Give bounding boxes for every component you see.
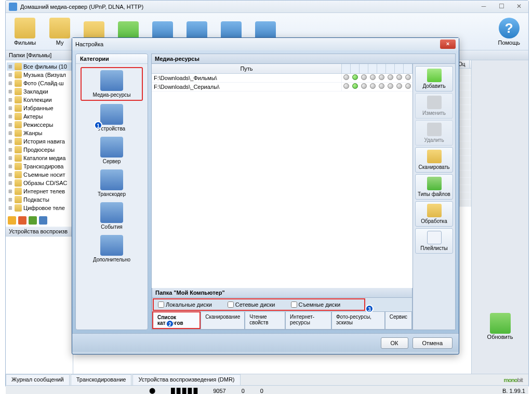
edit-icon bbox=[427, 96, 442, 109]
category-item[interactable]: Дополнительно bbox=[81, 233, 143, 265]
settings-tab[interactable]: Сканирование bbox=[201, 311, 245, 329]
filetypes-button[interactable]: Типы файлов bbox=[415, 174, 453, 200]
edit-button[interactable]: Изменить bbox=[415, 93, 453, 119]
tree-item[interactable]: ⊞Транскодирова bbox=[7, 162, 72, 170]
col-icon[interactable] bbox=[368, 64, 377, 73]
removable-disks-checkbox[interactable]: Съемные диски bbox=[291, 301, 341, 308]
category-icon bbox=[100, 202, 123, 223]
media-row[interactable]: F:\Downloads\_Фильмы\ bbox=[152, 74, 413, 83]
ok-button[interactable]: ОК bbox=[381, 337, 408, 349]
playlists-button[interactable]: Плейлисты bbox=[415, 228, 453, 254]
bottom-tab[interactable]: Транскодирование bbox=[71, 374, 132, 385]
tree-item[interactable]: ⊞Жанры bbox=[7, 129, 72, 137]
delete-icon bbox=[427, 123, 442, 136]
statusbar: ⬤ █ █ █ █ █ 9057 0 0 B. 1.99.1 bbox=[6, 385, 528, 394]
tree-item[interactable]: ⊞История навига bbox=[7, 137, 72, 146]
col-icon[interactable] bbox=[404, 64, 413, 73]
bottom-tab[interactable]: Устройства воспроизведения (DMR) bbox=[132, 374, 240, 385]
col-icon[interactable] bbox=[377, 64, 386, 73]
path-column-header[interactable]: Путь bbox=[152, 64, 342, 73]
dialog-close-button[interactable]: × bbox=[440, 40, 456, 49]
small-icon[interactable] bbox=[39, 216, 47, 225]
col-icon[interactable] bbox=[395, 64, 404, 73]
tree-item[interactable]: ⊞Подкасты bbox=[7, 195, 72, 204]
tree-item[interactable]: ⊞Каталоги медиа bbox=[7, 154, 72, 162]
tree-item[interactable]: ⊞Актеры bbox=[7, 112, 72, 121]
settings-tab[interactable]: Интернет-ресурсы bbox=[285, 311, 331, 329]
category-icon bbox=[100, 70, 123, 91]
settings-tab[interactable]: Фото-ресурсы, эскизы bbox=[331, 311, 385, 329]
tree-item[interactable]: ⊞Закладки bbox=[7, 87, 72, 96]
small-toolbar bbox=[6, 214, 73, 227]
small-icon[interactable] bbox=[8, 216, 16, 225]
devices-header: Устройства воспроизв bbox=[6, 227, 73, 237]
delete-button[interactable]: Удалить bbox=[415, 120, 453, 146]
local-disks-checkbox[interactable]: Локальные диски bbox=[158, 301, 212, 308]
refresh-panel: Обновить bbox=[471, 60, 528, 374]
media-header: Медиа-ресурсы bbox=[151, 54, 456, 63]
small-icon[interactable] bbox=[18, 216, 26, 225]
tree-item[interactable]: ⊞Фото (Слайд-ш bbox=[7, 79, 72, 87]
process-button[interactable]: Обработка bbox=[415, 201, 453, 227]
main-titlebar: Домашний медиа-сервер (UPnP, DLNA, HTTP)… bbox=[6, 1, 528, 13]
cancel-button[interactable]: Отмена bbox=[413, 337, 453, 349]
category-icon bbox=[100, 137, 123, 157]
categories-header: Категории bbox=[76, 54, 148, 64]
tree-item[interactable]: ⊞Интернет телев bbox=[7, 187, 72, 195]
toolbar-music[interactable]: Му bbox=[45, 15, 74, 48]
tree-item[interactable]: ⊞Коллекции bbox=[7, 96, 72, 104]
network-disks-checkbox[interactable]: Сетевые диски bbox=[228, 301, 275, 308]
settings-tab[interactable]: Список каталогов bbox=[152, 311, 201, 329]
settings-tab[interactable]: Чтение свойств bbox=[245, 311, 285, 329]
category-item[interactable]: События bbox=[81, 200, 143, 232]
col-icon[interactable] bbox=[360, 64, 368, 73]
scan-icon bbox=[427, 150, 442, 163]
small-icon[interactable] bbox=[29, 216, 37, 225]
disk-checkboxes: Локальные диски Сетевые диски Съемные ди… bbox=[153, 298, 365, 311]
media-list: Путь F:\Downloads\_Фильмы\F:\Downloads\_… bbox=[152, 64, 413, 330]
marker-3: 3 bbox=[365, 305, 374, 313]
col-icon[interactable] bbox=[342, 64, 351, 73]
settings-tabs: Список каталоговСканированиеЧтение свойс… bbox=[152, 311, 412, 329]
tree-item[interactable]: ⊞Съемные носит bbox=[7, 170, 72, 179]
tree-item[interactable]: ⊞Все фильмы (10 bbox=[7, 62, 72, 71]
tree-item[interactable]: ⊞Цифровое теле bbox=[7, 204, 72, 212]
folder-tree[interactable]: ⊞Все фильмы (10⊞Музыка (Визуал⊞Фото (Сла… bbox=[6, 60, 73, 214]
tree-item[interactable]: ⊞Избранные bbox=[7, 104, 72, 112]
music-icon bbox=[49, 18, 70, 38]
col-icon[interactable] bbox=[351, 64, 360, 73]
tree-item[interactable]: ⊞Образы CD/SAC bbox=[7, 179, 72, 187]
settings-tab[interactable]: Сервис bbox=[385, 311, 412, 329]
maximize-button[interactable]: ☐ bbox=[495, 3, 508, 10]
media-list-header: Путь bbox=[152, 64, 413, 74]
tree-item[interactable]: ⊞Музыка (Визуал bbox=[7, 71, 72, 79]
category-item[interactable]: Устройства bbox=[81, 102, 143, 134]
categories-panel: Категории Медиа-ресурсыУстройстваСерверТ… bbox=[75, 54, 148, 330]
add-icon bbox=[427, 69, 442, 82]
minimize-button[interactable]: ─ bbox=[477, 3, 490, 10]
process-icon bbox=[427, 204, 442, 217]
marker-2: 2 bbox=[166, 320, 174, 328]
toolbar-films[interactable]: Фильмы bbox=[10, 15, 40, 48]
scan-button[interactable]: Сканировать bbox=[415, 147, 453, 173]
settings-dialog: Настройка × Категории Медиа-ресурсыУстро… bbox=[72, 37, 459, 354]
tree-item[interactable]: ⊞Режиссеры bbox=[7, 121, 72, 129]
toolbar-help[interactable]: ?Помощь bbox=[494, 15, 525, 48]
media-row[interactable]: F:\Downloads\_Сериалы\ bbox=[152, 83, 413, 91]
col-icon[interactable] bbox=[386, 64, 395, 73]
watermark: monobit bbox=[504, 374, 523, 385]
category-item[interactable]: Транскодер bbox=[81, 167, 143, 199]
tree-item[interactable]: ⊞Продюсеры bbox=[7, 146, 72, 154]
refresh-large-icon bbox=[490, 313, 511, 334]
media-panel: Медиа-ресурсы Путь F:\Downloads\_Фильмы\… bbox=[151, 54, 456, 330]
folders-panel: ⊞Все фильмы (10⊞Музыка (Визуал⊞Фото (Сла… bbox=[6, 60, 73, 374]
marker-1: 1 bbox=[94, 121, 102, 129]
add-button[interactable]: Добавить bbox=[415, 66, 453, 91]
category-item[interactable]: Медиа-ресурсы bbox=[81, 67, 143, 101]
window-title: Домашний медиа-сервер (UPnP, DLNA, HTTP) bbox=[20, 4, 477, 10]
refresh-button[interactable]: Обновить bbox=[483, 312, 517, 341]
bottom-tab[interactable]: Журнал сообщений bbox=[6, 374, 70, 385]
close-button[interactable]: ✕ bbox=[513, 3, 525, 10]
category-item[interactable]: Сервер bbox=[81, 135, 143, 166]
category-icon bbox=[100, 104, 123, 125]
